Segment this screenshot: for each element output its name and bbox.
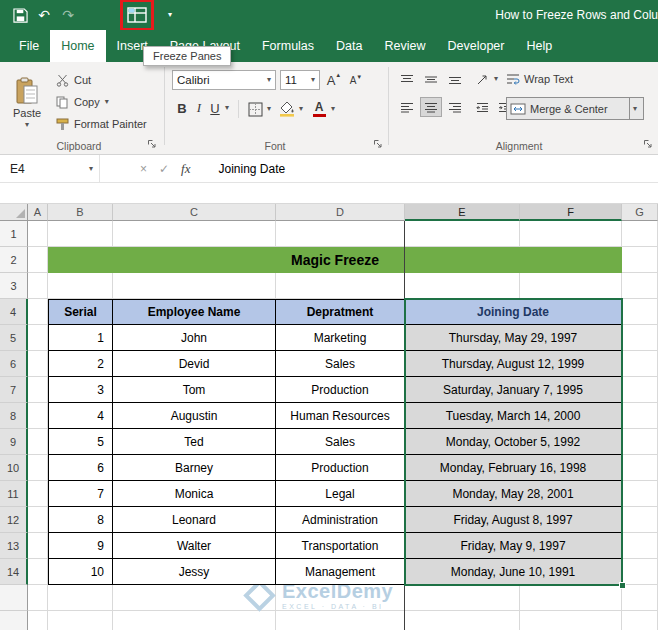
table-cell-D6[interactable]: Sales	[276, 351, 405, 377]
cell-C3[interactable]	[113, 273, 276, 299]
table-cell-D12[interactable]: Administration	[276, 507, 405, 533]
table-cell-D11[interactable]: Legal	[276, 481, 405, 507]
cell-A7[interactable]	[28, 377, 48, 403]
name-box[interactable]: E4 ▾	[0, 155, 100, 183]
cell-B16[interactable]	[48, 611, 113, 630]
insert-function-icon[interactable]: fx	[181, 161, 190, 177]
table-cell-E11[interactable]: Monday, May 28, 2001	[405, 481, 622, 507]
table-header-1[interactable]: Employee Name	[113, 299, 276, 325]
row-header-1[interactable]: 1	[0, 221, 28, 247]
cell-C16[interactable]	[113, 611, 276, 630]
cell-A4[interactable]	[28, 299, 48, 325]
cell-A13[interactable]	[28, 533, 48, 559]
cell-B15[interactable]	[48, 585, 113, 611]
wrap-text-button[interactable]: Wrap Text	[506, 69, 573, 89]
row-header-4[interactable]: 4	[0, 299, 28, 325]
cell-G7[interactable]	[622, 377, 658, 403]
table-cell-E12[interactable]: Friday, August 8, 1997	[405, 507, 622, 533]
cell-F3[interactable]	[520, 273, 622, 299]
tab-file[interactable]: File	[8, 30, 50, 62]
table-cell-C6[interactable]: Devid	[113, 351, 276, 377]
row-header-11[interactable]: 11	[0, 481, 28, 507]
table-cell-C5[interactable]: John	[113, 325, 276, 351]
column-header-B[interactable]: B	[48, 204, 113, 221]
table-header-0[interactable]: Serial	[48, 299, 113, 325]
row-header-6[interactable]: 6	[0, 351, 28, 377]
column-header-A[interactable]: A	[28, 204, 48, 221]
row-header-9[interactable]: 9	[0, 429, 28, 455]
enter-icon[interactable]: ✓	[159, 162, 169, 176]
row-header-8[interactable]: 8	[0, 403, 28, 429]
select-all-corner[interactable]	[0, 204, 28, 221]
font-size-combobox[interactable]: 11 ▾	[280, 70, 320, 90]
cell-E16[interactable]	[405, 611, 520, 630]
cell-G13[interactable]	[622, 533, 658, 559]
align-center-icon[interactable]	[420, 97, 442, 117]
cell-E3[interactable]	[405, 273, 520, 299]
tab-developer[interactable]: Developer	[436, 30, 515, 62]
table-cell-B10[interactable]: 6	[48, 455, 113, 481]
cell-A9[interactable]	[28, 429, 48, 455]
table-cell-D14[interactable]: Management	[276, 559, 405, 585]
cell-E1[interactable]	[405, 221, 520, 247]
formula-input[interactable]: Joining Date	[200, 162, 285, 176]
cell-G16[interactable]	[622, 611, 658, 630]
cell-G15[interactable]	[622, 585, 658, 611]
cancel-icon[interactable]: ×	[140, 162, 147, 176]
row-header-13[interactable]: 13	[0, 533, 28, 559]
cell-A8[interactable]	[28, 403, 48, 429]
font-dialog-launcher-icon[interactable]	[372, 138, 384, 150]
cell-E15[interactable]	[405, 585, 520, 611]
table-cell-E6[interactable]: Thursday, August 12, 1999	[405, 351, 622, 377]
row-header-14[interactable]: 14	[0, 559, 28, 585]
cell-A1[interactable]	[28, 221, 48, 247]
cut-button[interactable]: Cut	[56, 70, 91, 90]
table-cell-B9[interactable]: 5	[48, 429, 113, 455]
align-bottom-icon[interactable]	[444, 69, 466, 89]
cell-G14[interactable]	[622, 559, 658, 585]
column-header-D[interactable]: D	[276, 204, 405, 221]
table-cell-B6[interactable]: 2	[48, 351, 113, 377]
fill-handle[interactable]	[619, 582, 626, 589]
column-header-G[interactable]: G	[622, 204, 658, 221]
table-cell-C10[interactable]: Barney	[113, 455, 276, 481]
table-cell-D8[interactable]: Human Resources	[276, 403, 405, 429]
format-painter-button[interactable]: Format Painter	[56, 114, 147, 134]
cell-G1[interactable]	[622, 221, 658, 247]
align-top-icon[interactable]	[396, 69, 418, 89]
alignment-dialog-launcher-icon[interactable]	[642, 138, 654, 150]
cell-B1[interactable]	[48, 221, 113, 247]
row-header-10[interactable]: 10	[0, 455, 28, 481]
table-cell-B14[interactable]: 10	[48, 559, 113, 585]
increase-font-icon[interactable]: A▲	[324, 70, 344, 90]
cell-D3[interactable]	[276, 273, 405, 299]
table-header-3[interactable]: Joining Date	[405, 299, 622, 325]
tab-data[interactable]: Data	[325, 30, 373, 62]
row-header-3[interactable]: 3	[0, 273, 28, 299]
row-header-2[interactable]: 2	[0, 247, 28, 273]
cell-G6[interactable]	[622, 351, 658, 377]
table-cell-B8[interactable]: 4	[48, 403, 113, 429]
cell-B3[interactable]	[48, 273, 113, 299]
table-cell-B11[interactable]: 7	[48, 481, 113, 507]
redo-icon[interactable]: ↷	[56, 3, 80, 27]
table-cell-E5[interactable]: Thursday, May 29, 1997	[405, 325, 622, 351]
fill-color-caret-icon[interactable]: ▾	[296, 100, 306, 118]
orientation-icon[interactable]	[472, 69, 492, 89]
cell-G2[interactable]	[622, 247, 658, 273]
table-cell-D13[interactable]: Transportation	[276, 533, 405, 559]
align-right-icon[interactable]	[444, 97, 466, 117]
decrease-font-icon[interactable]: A▼	[346, 70, 366, 90]
cell-F15[interactable]	[520, 585, 622, 611]
table-cell-B5[interactable]: 1	[48, 325, 113, 351]
cell-D16[interactable]	[276, 611, 405, 630]
borders-caret-icon[interactable]: ▾	[264, 100, 274, 118]
cell-C1[interactable]	[113, 221, 276, 247]
decrease-indent-icon[interactable]	[472, 97, 492, 117]
cell-A16[interactable]	[28, 611, 48, 630]
cell-G4[interactable]	[622, 299, 658, 325]
paste-button[interactable]: Paste ▾	[4, 66, 50, 140]
cell-G11[interactable]	[622, 481, 658, 507]
column-header-F[interactable]: F	[520, 204, 622, 221]
row-header-12[interactable]: 12	[0, 507, 28, 533]
